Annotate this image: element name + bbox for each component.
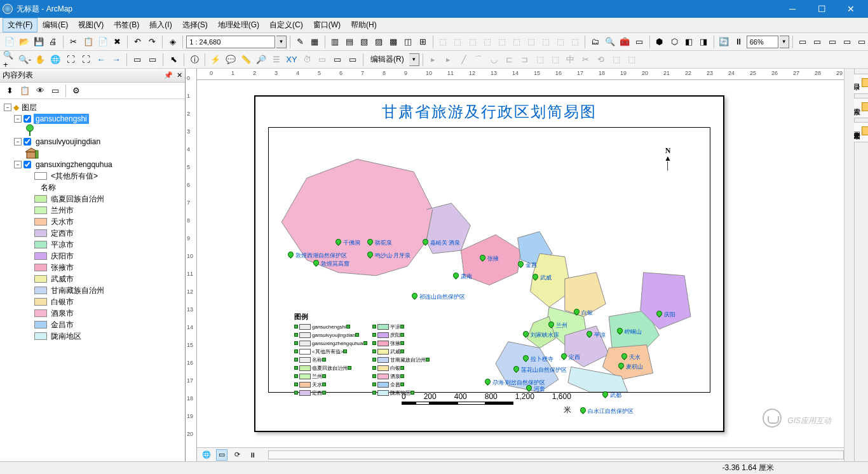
symbol-swatch[interactable] — [34, 195, 47, 203]
georef-icon[interactable]: ⬚ — [495, 35, 508, 49]
map-frame[interactable]: N ▲│ 敦煌西湖自然保护区 千佛洞 敦煌莫高窟 骆驼泉 鸣沙山·月牙泉 嘉峪关… — [268, 127, 710, 393]
menu-item-8[interactable]: 窗口(W) — [308, 18, 346, 32]
layout-icon[interactable]: ▭ — [825, 35, 839, 49]
menu-item-0[interactable]: 文件(F) — [3, 18, 37, 32]
html-popup-icon[interactable]: 💬 — [224, 53, 238, 67]
north-arrow[interactable]: N ▲│ — [664, 147, 672, 170]
list-by-visibility-icon[interactable]: 👁 — [33, 84, 47, 98]
layer-checkbox[interactable] — [24, 138, 31, 146]
zoom-percent-input[interactable] — [747, 36, 778, 48]
symbol-swatch[interactable] — [34, 252, 47, 260]
georef-icon[interactable]: ⬚ — [480, 35, 494, 49]
layer-checkbox[interactable] — [24, 115, 31, 123]
georef-icon[interactable]: ⬚ — [524, 35, 538, 49]
back-icon[interactable]: ← — [94, 53, 108, 67]
search-icon[interactable]: 🔍 — [603, 35, 616, 49]
list-by-selection-icon[interactable]: ▭ — [48, 84, 62, 98]
paste-button[interactable]: 📄 — [96, 35, 109, 49]
time-slider-icon[interactable]: ⏱ — [300, 53, 314, 67]
identify-icon[interactable]: ⓘ — [187, 53, 201, 67]
tool-c-icon[interactable]: ▧ — [358, 35, 371, 49]
edit-tool-icon[interactable]: ⊐ — [518, 53, 532, 67]
scale-input[interactable] — [186, 36, 275, 48]
list-by-source-icon[interactable]: 📋 — [18, 84, 32, 98]
toc-close-icon[interactable]: ✕ — [177, 71, 182, 79]
zoom-out-icon[interactable]: 🔍- — [18, 53, 32, 67]
goto-xy-icon[interactable]: XY — [285, 53, 299, 67]
horizontal-scrollbar[interactable] — [268, 450, 844, 459]
minimize-button[interactable]: ─ — [778, 0, 807, 18]
layout-viewport[interactable]: 甘肃省旅游及行政区划简易图 — [197, 80, 844, 447]
undo-button[interactable]: ↶ — [131, 35, 144, 49]
pause-view-button[interactable]: ⏸ — [247, 449, 258, 461]
georef-icon[interactable]: ⬚ — [437, 35, 450, 49]
edit-tool-icon[interactable]: ▸ — [426, 53, 440, 67]
layout-view-button[interactable]: ▭ — [216, 449, 227, 461]
symbol-swatch[interactable] — [34, 275, 47, 283]
legend[interactable]: 图例 gansuchengshigansulvyoujingdiangansux… — [294, 312, 447, 396]
georef-icon[interactable]: ⬚ — [451, 35, 465, 49]
symbol-swatch[interactable] — [34, 287, 47, 294]
measure-icon[interactable]: 📏 — [239, 53, 253, 67]
symbol-swatch[interactable] — [34, 332, 47, 340]
tool-icon[interactable]: ▦ — [308, 35, 322, 49]
list-by-drawing-icon[interactable]: ⬍ — [3, 84, 17, 98]
hyperlink-icon[interactable]: ⚡ — [208, 53, 222, 67]
georef-icon[interactable]: ⬚ — [553, 35, 567, 49]
layout-icon[interactable]: ▭ — [811, 35, 824, 49]
layer-label[interactable]: gansuxingzhengquhua — [34, 159, 114, 170]
menu-item-4[interactable]: 插入(I) — [144, 18, 177, 32]
tool-e-icon[interactable]: ▩ — [387, 35, 400, 49]
pan-icon[interactable]: ✋ — [33, 53, 47, 67]
zoom-in-icon[interactable]: 🔍+ — [3, 53, 17, 67]
symbol-swatch[interactable] — [34, 172, 47, 180]
refresh-view-button[interactable]: ⟳ — [231, 449, 243, 461]
georef-icon[interactable]: ⬚ — [539, 35, 552, 49]
symbol-swatch[interactable] — [34, 229, 47, 237]
tree-toggle[interactable]: − — [14, 138, 22, 146]
edit-tool-icon[interactable]: 中 — [564, 53, 578, 67]
vertical-scrollbar[interactable] — [844, 69, 854, 461]
symbol-swatch[interactable] — [34, 309, 47, 317]
catalog-icon[interactable]: 🗂 — [588, 35, 602, 49]
options-icon[interactable]: ⚙ — [69, 84, 83, 98]
edit-tool-icon[interactable]: ⌒ — [472, 53, 486, 67]
save-button[interactable]: 💾 — [32, 35, 45, 49]
tool-a-icon[interactable]: ▥ — [329, 35, 342, 49]
menu-item-7[interactable]: 自定义(C) — [264, 18, 308, 32]
pause-icon[interactable]: ⏸ — [732, 35, 745, 49]
open-button[interactable]: 📂 — [17, 35, 31, 49]
editor-label[interactable]: 编辑器(R) — [367, 54, 408, 65]
layout-icon[interactable]: ▭ — [855, 35, 868, 49]
tool-icon[interactable]: ▭ — [346, 53, 360, 67]
forward-icon[interactable]: → — [109, 53, 123, 67]
select-icon[interactable]: ▭ — [130, 53, 144, 67]
model-builder-icon[interactable]: ⬢ — [653, 35, 666, 49]
refresh-icon[interactable]: 🔄 — [717, 35, 731, 49]
find-icon[interactable]: 🔎 — [254, 53, 268, 67]
layer-label[interactable]: gansulvyoujingdian — [34, 137, 102, 147]
add-data-button[interactable]: ◈ — [166, 35, 179, 49]
symbol-swatch[interactable] — [34, 298, 47, 306]
tool-d-icon[interactable]: ▨ — [372, 35, 386, 49]
edit-tool-icon[interactable]: ◡ — [487, 53, 501, 67]
pin-icon[interactable]: 📌 — [164, 71, 173, 79]
edit-tool-icon[interactable]: ⬚ — [533, 53, 547, 67]
menu-item-1[interactable]: 编辑(E) — [37, 18, 73, 32]
edit-tool-icon[interactable]: ▸ — [442, 53, 456, 67]
tool-icon[interactable]: ▭ — [315, 53, 329, 67]
fixed-zoom-in-icon[interactable]: ⛶ — [64, 53, 78, 67]
tool-icon[interactable]: ▭ — [330, 53, 344, 67]
layer-label[interactable]: gansuchengshi — [34, 114, 89, 124]
edit-tool-icon[interactable]: ⟲ — [594, 53, 608, 67]
layout-icon[interactable]: ▭ — [840, 35, 853, 49]
print-button[interactable]: 🖨 — [46, 35, 60, 49]
tree-toggle[interactable]: − — [14, 115, 22, 123]
find-route-icon[interactable]: ☰ — [269, 53, 283, 67]
edit-tool-icon[interactable]: ✂ — [579, 53, 593, 67]
tree-toggle[interactable]: − — [4, 104, 11, 111]
editor-toolbar-icon[interactable]: ✎ — [294, 35, 307, 49]
layout-page[interactable]: 甘肃省旅游及行政区划简易图 — [254, 95, 724, 432]
tool-b-icon[interactable]: ▤ — [343, 35, 356, 49]
tool-icon[interactable]: ◧ — [682, 35, 696, 49]
